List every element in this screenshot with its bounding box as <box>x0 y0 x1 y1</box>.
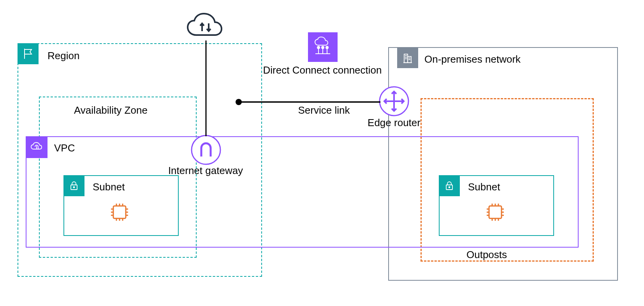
svg-rect-11 <box>113 206 126 218</box>
svg-point-46 <box>326 46 328 49</box>
svg-point-44 <box>317 46 320 49</box>
direct-connect-label: Direct Connect connection <box>263 64 382 76</box>
subnet-right-lock-icon <box>439 175 460 196</box>
subnet-left-lock-icon <box>63 175 84 196</box>
subnet-left-label: Subnet <box>93 181 125 193</box>
service-link-label: Service link <box>298 104 350 116</box>
edge-router-label: Edge router <box>368 117 421 129</box>
cloud-to-gateway-connector <box>205 40 207 136</box>
vpc-label: VPC <box>54 142 75 154</box>
building-icon <box>397 47 418 68</box>
svg-point-45 <box>322 46 324 49</box>
region-flag-icon <box>18 43 39 64</box>
svg-rect-26 <box>489 206 501 218</box>
outposts-label: Outposts <box>466 249 507 261</box>
svg-point-10 <box>74 187 75 188</box>
internet-cloud-icon <box>185 12 227 44</box>
architecture-diagram: Region Availability Zone On-premises net… <box>0 0 644 306</box>
svg-point-54 <box>236 99 242 105</box>
subnet-right-label: Subnet <box>468 181 500 193</box>
availability-zone-label: Availability Zone <box>74 104 148 116</box>
internet-gateway-icon <box>191 135 221 167</box>
internet-gateway-label: Internet gateway <box>168 165 243 177</box>
chip-icon-left <box>107 200 132 226</box>
direct-connect-icon <box>308 32 338 62</box>
on-premises-label: On-premises network <box>424 53 521 65</box>
vpc-cloud-icon <box>26 136 48 158</box>
svg-point-48 <box>192 135 220 164</box>
svg-point-25 <box>449 187 450 188</box>
region-label: Region <box>48 50 79 62</box>
chip-icon-right <box>483 200 508 226</box>
edge-router-icon <box>379 86 409 118</box>
